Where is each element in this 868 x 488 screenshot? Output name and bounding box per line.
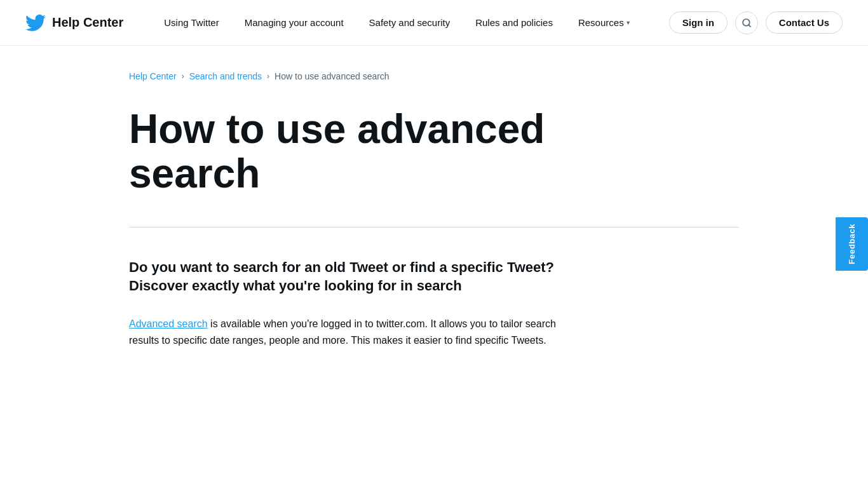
advanced-search-link[interactable]: Advanced search	[129, 318, 208, 329]
content-divider	[129, 227, 739, 227]
logo-area[interactable]: Help Center	[25, 13, 123, 33]
header-actions: Sign in Contact Us	[669, 11, 843, 34]
search-button[interactable]	[735, 11, 758, 34]
breadcrumb-separator-2: ›	[267, 72, 269, 81]
chevron-down-icon: ▾	[627, 19, 630, 26]
page-title: How to use advanced search	[129, 107, 612, 196]
breadcrumb: Help Center › Search and trends › How to…	[129, 71, 739, 81]
nav-item-safety-security[interactable]: Safety and security	[359, 12, 461, 33]
nav-item-resources[interactable]: Resources ▾	[568, 12, 640, 33]
search-icon	[742, 18, 752, 28]
nav-item-rules-policies[interactable]: Rules and policies	[465, 12, 563, 33]
article-subtitle: Do you want to search for an old Tweet o…	[129, 258, 561, 295]
breadcrumb-search-trends[interactable]: Search and trends	[189, 71, 262, 81]
contact-us-button[interactable]: Contact Us	[766, 11, 843, 34]
article-body: Advanced search is available when you're…	[129, 316, 561, 348]
breadcrumb-current-page: How to use advanced search	[275, 71, 390, 81]
nav-item-managing-account[interactable]: Managing your account	[234, 12, 354, 33]
logo-text: Help Center	[52, 15, 123, 30]
svg-line-1	[749, 25, 750, 27]
site-header: Help Center Using Twitter Managing your …	[0, 0, 868, 46]
main-nav: Using Twitter Managing your account Safe…	[154, 12, 669, 33]
main-content: Help Center › Search and trends › How to…	[78, 46, 790, 386]
nav-item-using-twitter[interactable]: Using Twitter	[154, 12, 229, 33]
breadcrumb-separator-1: ›	[182, 72, 184, 81]
feedback-tab-wrapper[interactable]: Feedback	[836, 217, 868, 271]
signin-button[interactable]: Sign in	[669, 11, 728, 34]
article-content: Do you want to search for an old Tweet o…	[129, 258, 561, 349]
feedback-tab[interactable]: Feedback	[836, 217, 868, 271]
twitter-logo-icon	[25, 13, 46, 33]
breadcrumb-help-center[interactable]: Help Center	[129, 71, 177, 81]
